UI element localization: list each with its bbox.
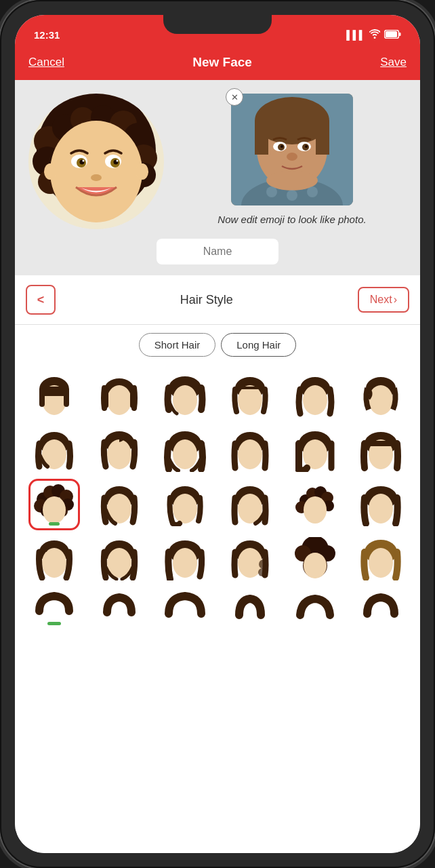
svg-point-61 [369, 385, 393, 415]
svg-point-69 [238, 439, 262, 469]
hair-item-5[interactable] [289, 370, 341, 422]
prev-icon: < [37, 293, 45, 307]
hair-item-10[interactable] [224, 425, 276, 476]
photo-caption: Now edit emoji to look like photo. [218, 212, 366, 226]
svg-point-107 [259, 559, 268, 569]
svg-point-115 [369, 548, 393, 578]
hair-item-22[interactable] [224, 533, 276, 585]
svg-point-100 [42, 548, 66, 578]
wifi-icon [369, 29, 380, 41]
svg-rect-57 [235, 387, 265, 389]
nav-bar: Cancel New Face Save [15, 45, 420, 80]
hair-item-20[interactable] [94, 533, 145, 585]
svg-point-65 [107, 439, 131, 469]
svg-point-24 [44, 163, 56, 180]
hair-item-21[interactable] [159, 533, 211, 585]
next-category-button[interactable]: Next › [358, 287, 409, 313]
svg-point-56 [238, 385, 262, 415]
svg-rect-1 [386, 31, 397, 37]
svg-point-41 [266, 186, 277, 197]
next-label: Next [370, 294, 392, 306]
category-nav: < Hair Style Next › [15, 275, 420, 325]
tab-short-hair[interactable]: Short Hair [139, 333, 216, 357]
hair-item-18[interactable] [355, 479, 407, 530]
tab-long-hair[interactable]: Long Hair [221, 333, 296, 357]
svg-rect-74 [366, 441, 396, 446]
close-photo-button[interactable]: ✕ [226, 88, 243, 106]
svg-point-21 [83, 160, 85, 162]
hair-item-30[interactable] [355, 587, 407, 628]
hair-item-27[interactable] [159, 587, 211, 628]
photo-box: ✕ [231, 94, 353, 205]
svg-rect-32 [316, 121, 329, 155]
svg-point-108 [258, 568, 266, 576]
category-title: Hair Style [180, 293, 233, 307]
svg-point-22 [117, 160, 119, 162]
page-title: New Face [192, 55, 252, 70]
close-icon: ✕ [231, 92, 239, 102]
hair-item-2[interactable] [94, 370, 145, 422]
svg-point-50 [107, 385, 131, 415]
hair-grid [15, 365, 420, 853]
next-chevron-icon: › [394, 294, 397, 306]
status-time: 12:31 [34, 29, 60, 41]
status-icons: ▌▌▌ [346, 29, 401, 41]
battery-icon [384, 30, 401, 41]
hair-item-7[interactable] [28, 425, 80, 476]
svg-point-43 [307, 186, 318, 197]
hair-item-25[interactable] [28, 587, 80, 628]
name-input[interactable] [157, 239, 278, 264]
hair-item-12[interactable] [355, 425, 407, 476]
emoji-face [28, 94, 164, 229]
prev-category-button[interactable]: < [26, 285, 56, 315]
photo-image [231, 94, 353, 205]
svg-point-23 [91, 174, 102, 181]
hair-row-4 [22, 533, 413, 585]
svg-point-54 [173, 385, 197, 415]
svg-point-14 [50, 121, 142, 222]
svg-point-83 [43, 496, 66, 524]
svg-point-59 [303, 385, 327, 415]
svg-point-113 [304, 553, 327, 578]
svg-point-42 [287, 190, 297, 201]
hair-item-19[interactable] [28, 533, 80, 585]
svg-rect-31 [255, 121, 268, 155]
hair-item-15[interactable] [159, 479, 211, 530]
hair-item-9[interactable] [159, 425, 211, 476]
hair-row-1 [22, 370, 413, 422]
svg-rect-2 [399, 33, 401, 36]
bottom-panel: < Hair Style Next › Short Hair Long Hair [15, 275, 420, 853]
svg-point-37 [281, 145, 283, 148]
hair-item-14[interactable] [94, 479, 145, 530]
hair-item-24[interactable] [355, 533, 407, 585]
content-area: ✕ [15, 80, 420, 275]
svg-point-67 [173, 439, 197, 469]
svg-point-39 [287, 153, 297, 161]
name-input-container [28, 239, 407, 264]
signal-icon: ▌▌▌ [346, 30, 365, 40]
svg-point-96 [304, 496, 327, 524]
notch [163, 15, 272, 34]
hair-item-28[interactable] [224, 587, 276, 628]
hair-item-1[interactable] [28, 370, 80, 422]
hair-row-3 [22, 479, 413, 530]
hair-item-23[interactable] [289, 533, 341, 585]
cancel-button[interactable]: Cancel [28, 56, 64, 69]
hair-item-29[interactable] [289, 587, 341, 628]
hair-item-26[interactable] [94, 587, 145, 628]
hair-item-3[interactable] [159, 370, 211, 422]
svg-point-38 [305, 145, 308, 148]
save-button[interactable]: Save [380, 56, 407, 69]
svg-rect-48 [42, 387, 66, 396]
hair-item-13[interactable] [28, 479, 80, 530]
hair-item-8[interactable] [94, 425, 145, 476]
hair-item-16[interactable] [224, 479, 276, 530]
hair-row-2 [22, 425, 413, 476]
hair-item-11[interactable] [289, 425, 341, 476]
hair-item-6[interactable] [355, 370, 407, 422]
svg-point-87 [173, 494, 197, 524]
photo-container: ✕ [178, 94, 407, 226]
hair-item-4[interactable] [224, 370, 276, 422]
hair-item-17[interactable] [289, 479, 341, 530]
style-tabs: Short Hair Long Hair [15, 325, 420, 365]
